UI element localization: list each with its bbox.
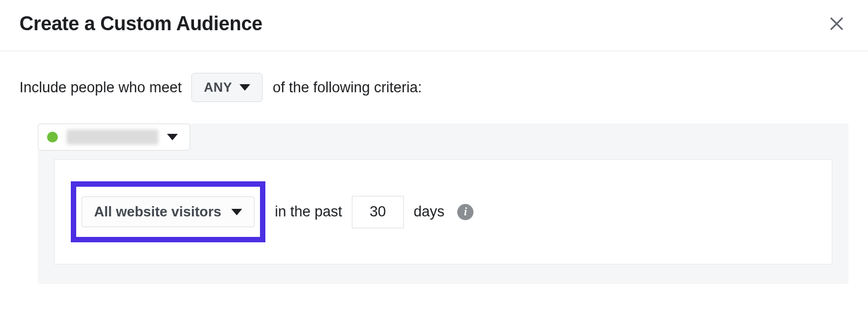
visitor-type-value: All website visitors bbox=[94, 203, 222, 220]
source-pixel-label-redacted bbox=[66, 130, 158, 145]
rule-card: All website visitors in the past days i bbox=[54, 159, 832, 264]
criteria-block: All website visitors in the past days i bbox=[38, 124, 849, 284]
match-mode-dropdown[interactable]: ANY bbox=[191, 73, 263, 102]
criteria-prefix-text: Include people who meet bbox=[19, 79, 182, 96]
criteria-sentence: Include people who meet ANY of the follo… bbox=[19, 73, 849, 102]
rule-mid-text: in the past bbox=[275, 203, 343, 220]
days-label: days bbox=[413, 203, 444, 220]
match-mode-value: ANY bbox=[204, 80, 232, 95]
source-pixel-dropdown[interactable] bbox=[38, 124, 190, 151]
close-icon bbox=[829, 16, 845, 32]
info-icon[interactable]: i bbox=[457, 204, 473, 220]
close-button[interactable] bbox=[825, 12, 849, 36]
days-input[interactable] bbox=[352, 196, 404, 228]
criteria-suffix-text: of the following criteria: bbox=[272, 79, 422, 96]
custom-audience-modal: Create a Custom Audience Include people … bbox=[0, 0, 868, 313]
chevron-down-icon bbox=[239, 84, 250, 91]
chevron-down-icon bbox=[167, 134, 178, 140]
highlight-box: All website visitors bbox=[71, 181, 265, 242]
modal-header: Create a Custom Audience bbox=[0, 0, 868, 51]
status-dot-icon bbox=[47, 132, 58, 142]
visitor-type-dropdown[interactable]: All website visitors bbox=[82, 196, 255, 227]
chevron-down-icon bbox=[231, 209, 242, 215]
modal-title: Create a Custom Audience bbox=[19, 12, 263, 35]
modal-body: Include people who meet ANY of the follo… bbox=[0, 51, 868, 284]
